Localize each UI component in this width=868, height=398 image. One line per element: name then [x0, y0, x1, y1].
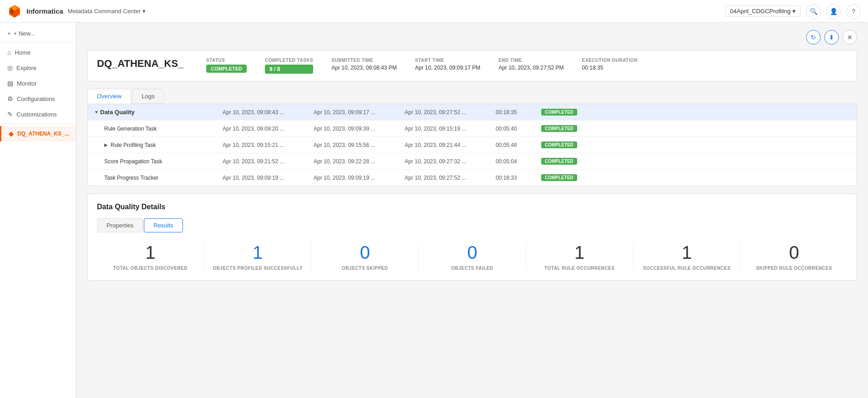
configurations-icon: ⚙	[7, 95, 13, 102]
metric-total-objects: 1 TOTAL OBJECTS DISCOVERED	[97, 243, 204, 271]
metric-label: OBJECTS FAILED	[451, 265, 493, 271]
sidebar-item-label: Monitor	[17, 80, 36, 87]
end-time-meta: END TIME Apr 10, 2023, 09:27:52 PM	[498, 58, 563, 71]
table-row: Rule Generation Task Apr 10, 2023, 09:09…	[88, 121, 857, 137]
task-start-time: Apr 10, 2023, 09:09:19 ...	[223, 175, 314, 181]
refresh-button[interactable]: ↻	[806, 30, 821, 45]
dq-tab-results[interactable]: Results	[144, 218, 183, 232]
job-header: DQ_ATHENA_KS_ STATUS COMPLETED COMPLETED…	[87, 50, 857, 81]
download-button[interactable]: ⬇	[824, 30, 839, 45]
explore-icon: ◎	[7, 64, 13, 71]
task-submitted-time: Apr 10, 2023, 09:09:19 ...	[314, 175, 405, 181]
task-end-time: Apr 10, 2023, 09:15:19 ...	[405, 126, 496, 132]
task-duration: 00:18:33	[496, 175, 541, 181]
content-area: ↻ ⬇ ✕ DQ_ATHENA_KS_ STATUS COMPLETED COM…	[76, 23, 868, 398]
tab-logs[interactable]: Logs	[132, 89, 164, 104]
main-layout: + + New... ⌂ Home ◎ Explore ▤ Monitor ⚙ …	[0, 23, 868, 398]
metric-label: OBJECTS PROFILED SUCCESSFULLY	[213, 265, 303, 271]
task-duration: 00:05:04	[496, 158, 541, 165]
metric-objects-skipped: 0 OBJECTS SKIPPED	[311, 243, 419, 271]
task-start-time: Apr 10, 2023, 09:15:21 ...	[223, 142, 314, 148]
metric-label: TOTAL RULE OCCURRENCES	[544, 265, 614, 271]
metric-skipped-rule-occurrences: 0 SKIPPED RULE OCCURRENCES	[741, 243, 848, 271]
user-button[interactable]: 👤	[826, 4, 841, 19]
status-meta: STATUS COMPLETED	[206, 58, 247, 73]
task-status: COMPLETED	[541, 141, 614, 148]
metric-value: 1	[574, 243, 584, 262]
task-submitted-time: Apr 10, 2023, 09:09:17 ...	[314, 109, 405, 116]
sidebar-item-label: Customizations	[16, 111, 57, 118]
completed-tasks-meta-label: COMPLETED TASKS	[265, 58, 313, 63]
informatica-logo	[7, 4, 22, 19]
task-end-time: Apr 10, 2023, 09:21:44 ...	[405, 142, 496, 148]
task-name: ▾ Data Quality	[95, 109, 223, 116]
table-row: ▶ Rule Profiling Task Apr 10, 2023, 09:1…	[88, 137, 857, 153]
submitted-time-meta: SUBMITTED TIME Apr 10, 2023, 09:08:43 PM	[331, 58, 396, 71]
tasks-container: ▾ Data Quality Apr 10, 2023, 09:08:43 ..…	[87, 104, 857, 186]
task-name: Score Propagation Task	[95, 158, 223, 165]
dq-tab-properties[interactable]: Properties	[97, 218, 143, 232]
expand-icon[interactable]: ▶	[104, 142, 108, 147]
sidebar-item-label: Explore	[16, 65, 36, 71]
execution-duration-value: 00:18:35	[582, 65, 638, 71]
task-duration: 00:05:48	[496, 142, 541, 148]
help-button[interactable]: ?	[846, 4, 861, 19]
table-row: Score Propagation Task Apr 10, 2023, 09:…	[88, 153, 857, 170]
metric-value: 1	[682, 243, 692, 262]
task-name: ▶ Rule Profiling Task	[95, 142, 223, 148]
sidebar-item-home[interactable]: ⌂ Home	[0, 45, 76, 60]
metric-objects-failed: 0 OBJECTS FAILED	[419, 243, 526, 271]
monitor-icon: ▤	[7, 80, 13, 87]
execution-duration-meta: EXECUTION DURATION 00:18:35	[582, 58, 638, 71]
metric-value: 1	[145, 243, 155, 262]
sidebar-item-customizations[interactable]: ✎ Customizations	[0, 106, 76, 122]
sidebar-item-dq-athena[interactable]: ◆ DQ_ATHENA_KS_...	[0, 126, 76, 141]
table-row: ▾ Data Quality Apr 10, 2023, 09:08:43 ..…	[88, 104, 857, 121]
metric-objects-profiled: 1 OBJECTS PROFILED SUCCESSFULLY	[204, 243, 312, 271]
collapse-icon[interactable]: ▾	[95, 110, 97, 115]
end-time-value: Apr 10, 2023, 09:27:52 PM	[498, 65, 563, 71]
metric-value: 0	[360, 243, 370, 262]
customizations-icon: ✎	[7, 111, 13, 118]
task-submitted-time: Apr 10, 2023, 09:15:56 ...	[314, 142, 405, 148]
job-meta: STATUS COMPLETED COMPLETED TASKS 8 / 8 S…	[206, 58, 638, 74]
task-duration: 00:05:40	[496, 126, 541, 132]
metric-successful-rule-occurrences: 1 SUCCESSFUL RULE OCCURRENCES	[634, 243, 741, 271]
submitted-time-value: Apr 10, 2023, 09:08:43 PM	[331, 65, 396, 71]
sidebar-item-label: DQ_ATHENA_KS_...	[17, 131, 69, 137]
start-time-meta: START TIME Apr 10, 2023, 09:09:17 PM	[415, 58, 480, 71]
status-badge: COMPLETED	[206, 65, 247, 73]
action-bar: ↻ ⬇ ✕	[87, 30, 857, 45]
close-button[interactable]: ✕	[843, 30, 857, 45]
table-row: Task Progress Tracker Apr 10, 2023, 09:0…	[88, 170, 857, 186]
metric-total-rule-occurrences: 1 TOTAL RULE OCCURRENCES	[526, 243, 634, 271]
sidebar: + + New... ⌂ Home ◎ Explore ▤ Monitor ⚙ …	[0, 23, 76, 398]
execution-duration-label: EXECUTION DURATION	[582, 58, 638, 63]
sidebar-item-explore[interactable]: ◎ Explore	[0, 60, 76, 76]
metric-label: SUCCESSFUL RULE OCCURRENCES	[643, 265, 731, 271]
job-title-row: DQ_ATHENA_KS_ STATUS COMPLETED COMPLETED…	[97, 58, 848, 74]
search-button[interactable]: 🔍	[806, 4, 821, 19]
tab-overview[interactable]: Overview	[87, 89, 131, 104]
sidebar-item-label: Configurations	[17, 96, 55, 102]
main-tabs: Overview Logs	[87, 89, 857, 104]
start-time-value: Apr 10, 2023, 09:09:17 PM	[415, 65, 480, 71]
task-status: COMPLETED	[541, 158, 614, 165]
org-selector[interactable]: 04April_CDGCProfiling ▾	[725, 5, 801, 17]
task-end-time: Apr 10, 2023, 09:27:32 ...	[405, 158, 496, 165]
new-button[interactable]: + + New...	[0, 26, 76, 40]
topnav-right: 04April_CDGCProfiling ▾ 🔍 👤 ?	[725, 4, 861, 19]
sidebar-item-label: Home	[15, 49, 30, 56]
sidebar-item-configurations[interactable]: ⚙ Configurations	[0, 91, 76, 106]
metric-label: TOTAL OBJECTS DISCOVERED	[113, 265, 188, 271]
dq-athena-icon: ◆	[9, 130, 14, 137]
sidebar-divider	[0, 42, 76, 43]
submitted-time-label: SUBMITTED TIME	[331, 58, 396, 63]
sidebar-item-monitor[interactable]: ▤ Monitor	[0, 76, 76, 91]
task-start-time: Apr 10, 2023, 09:21:52 ...	[223, 158, 314, 165]
metric-label: SKIPPED RULE OCCURRENCES	[756, 265, 832, 271]
task-status: COMPLETED	[541, 174, 614, 181]
app-name[interactable]: Metadata Command Center ▾	[68, 8, 146, 15]
dq-metrics: 1 TOTAL OBJECTS DISCOVERED 1 OBJECTS PRO…	[97, 243, 848, 271]
task-status: COMPLETED	[541, 109, 614, 116]
